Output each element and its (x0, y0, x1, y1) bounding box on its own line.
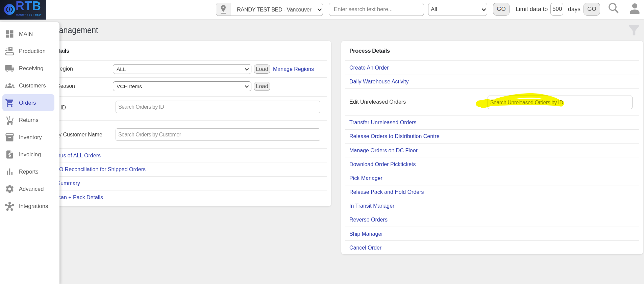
svg-text:$: $ (8, 152, 11, 158)
